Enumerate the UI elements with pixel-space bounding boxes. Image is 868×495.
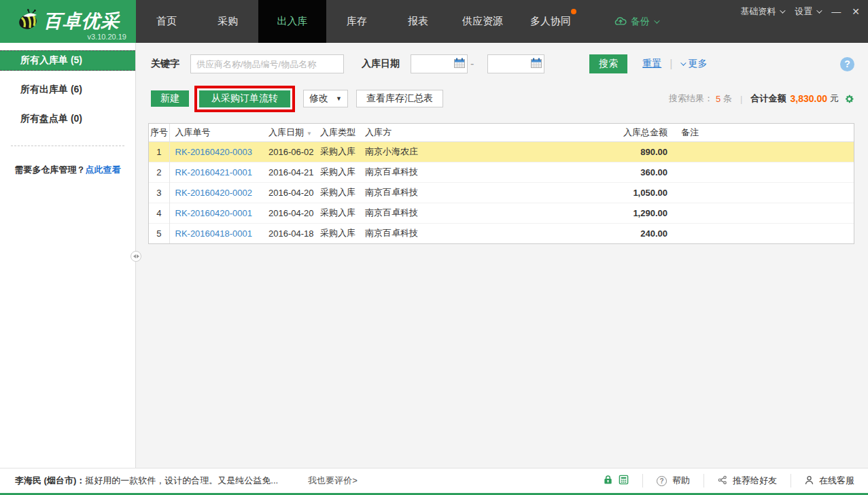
col-header-type: 入库类型 xyxy=(315,124,360,141)
table-row[interactable]: 2 RK-20160421-0001 2016-04-21 采购入库 南京百卓科… xyxy=(149,162,854,182)
review-text: 挺好用的一款软件，设计的合理。又是纯公益免... xyxy=(85,475,278,487)
view-inventory-summary-button[interactable]: 查看库存汇总表 xyxy=(356,90,443,107)
collapse-left-icon xyxy=(133,254,136,258)
close-button[interactable]: ✕ xyxy=(852,6,860,17)
result-label: 搜索结果： xyxy=(669,92,713,105)
chevron-down-icon xyxy=(681,60,687,65)
online-service-button[interactable]: 在线客服 xyxy=(791,474,868,488)
review-author: 李海民 (烟台市)： xyxy=(15,475,85,487)
col-header-amount: 入库总金额 xyxy=(613,124,676,141)
toolbar: 新建 从采购订单流转 修改 ▼ 查看库存汇总表 搜索结果： 5 条 | 合计金额… xyxy=(136,83,868,114)
app-version: v3.10.20.19 xyxy=(88,33,127,41)
table-row[interactable]: 5 RK-20160418-0001 2016-04-18 采购入库 南京百卓科… xyxy=(149,223,854,243)
table-row[interactable]: 4 RK-20160420-0001 2016-04-20 采购入库 南京百卓科… xyxy=(149,203,854,223)
table-row[interactable]: 3 RK-20160420-0002 2016-04-20 采购入库 南京百卓科… xyxy=(149,182,854,203)
person-icon xyxy=(805,475,814,487)
sidebar-item-all-inbound[interactable]: 所有入库单 (5) xyxy=(0,50,135,71)
nav-item-supply-resources[interactable]: 供应资源 xyxy=(449,0,517,43)
status-bar: 李海民 (烟台市)： 挺好用的一款软件，设计的合理。又是纯公益免... 我也要评… xyxy=(0,468,868,495)
multi-warehouse-note: 需要多仓库管理？点此查看 xyxy=(0,164,135,176)
date-to-input[interactable] xyxy=(487,54,544,73)
settings-menu[interactable]: 设置 xyxy=(795,5,820,18)
total-amount: 3,830.00 xyxy=(791,93,828,104)
date-range-separator: - xyxy=(470,58,474,70)
col-header-note: 备注 xyxy=(676,124,854,141)
footer-tools: ? 帮助 推荐给好友 在线客服 xyxy=(589,468,868,493)
nav-item-inventory[interactable]: 库存 xyxy=(326,0,387,43)
multi-warehouse-link[interactable]: 点此查看 xyxy=(86,165,121,175)
calculator-icon[interactable] xyxy=(619,475,629,487)
search-bar: 关键字 入库日期 - xyxy=(136,54,868,73)
result-summary: 搜索结果： 5 条 | 合计金额 3,830.00 元 xyxy=(669,92,854,105)
sidebar-item-all-outbound[interactable]: 所有出库单 (6) xyxy=(0,80,135,100)
separator: | xyxy=(670,58,672,70)
chevron-down-icon xyxy=(654,18,659,23)
sidebar: 所有入库单 (5) 所有出库单 (6) 所有盘点单 (0) 需要多仓库管理？点此… xyxy=(0,43,136,468)
table-row[interactable]: 1 RK-20160420-0003 2016-06-02 采购入库 南京小海农… xyxy=(149,141,854,162)
transfer-from-po-button[interactable]: 从采购订单流转 xyxy=(199,90,290,107)
order-link[interactable]: RK-20160420-0002 xyxy=(175,188,252,198)
order-link[interactable]: RK-20160420-0003 xyxy=(175,147,252,157)
result-unit: 条 xyxy=(723,92,732,105)
help-icon[interactable]: ? xyxy=(840,57,854,71)
order-link[interactable]: RK-20160418-0001 xyxy=(175,228,252,239)
nav-item-inout-warehouse[interactable]: 出入库 xyxy=(258,0,326,43)
modify-dropdown[interactable]: 修改 ▼ xyxy=(303,90,348,107)
keyword-label: 关键字 xyxy=(151,58,179,70)
main-content: 关键字 入库日期 - xyxy=(136,43,868,468)
chevron-down-icon xyxy=(816,7,822,13)
sidebar-collapse-handle[interactable] xyxy=(131,251,141,262)
sidebar-divider xyxy=(11,146,124,146)
minimize-button[interactable]: — xyxy=(831,6,841,17)
window-controls: 基础资料 设置 — ✕ xyxy=(740,5,860,18)
sidebar-item-all-stocktake[interactable]: 所有盘点单 (0) xyxy=(0,109,135,129)
gear-icon[interactable] xyxy=(844,94,854,104)
nav-item-collaboration[interactable]: 多人协同 xyxy=(517,0,585,43)
main-nav: 首页 采购 出入库 库存 报表 供应资源 多人协同 备份 xyxy=(136,0,658,43)
reset-link[interactable]: 重置 xyxy=(642,58,661,70)
keyword-input[interactable] xyxy=(190,54,344,73)
nav-item-home[interactable]: 首页 xyxy=(136,0,197,43)
date-from-input[interactable] xyxy=(411,54,468,73)
app-title: 百卓优采 xyxy=(44,9,120,33)
question-icon: ? xyxy=(657,476,667,486)
table-header-row: 序号 入库单号 入库日期▼ 入库类型 入库方 入库总金额 备注 xyxy=(149,124,854,141)
dropdown-caret-icon: ▼ xyxy=(336,95,342,102)
chevron-down-icon xyxy=(780,7,785,13)
red-highlight-box: 从采购订单流转 xyxy=(194,86,295,112)
bee-logo-icon xyxy=(16,9,41,34)
calendar-icon xyxy=(531,58,542,71)
nav-item-reports[interactable]: 报表 xyxy=(387,0,449,43)
help-button[interactable]: ? 帮助 xyxy=(642,474,704,488)
col-header-date[interactable]: 入库日期▼ xyxy=(263,124,315,141)
result-count: 5 xyxy=(716,94,721,104)
share-icon xyxy=(718,475,727,487)
separator: | xyxy=(740,94,742,104)
col-header-sn: 序号 xyxy=(149,124,169,141)
backup-button[interactable]: 备份 xyxy=(614,0,658,43)
sort-desc-icon: ▼ xyxy=(307,131,312,137)
app-logo: 百卓优采 v3.10.20.19 xyxy=(0,0,136,43)
total-unit: 元 xyxy=(830,92,839,105)
order-link[interactable]: RK-20160421-0001 xyxy=(175,167,252,177)
collapse-right-icon xyxy=(137,254,139,258)
nav-item-purchase[interactable]: 采购 xyxy=(197,0,258,43)
cloud-upload-icon xyxy=(614,16,627,28)
col-header-party: 入库方 xyxy=(360,124,613,141)
calendar-icon xyxy=(454,58,465,71)
security-tools-group xyxy=(589,474,642,488)
inbound-date-label: 入库日期 xyxy=(362,58,400,70)
notification-dot xyxy=(571,9,576,14)
col-header-order-no: 入库单号 xyxy=(169,124,263,141)
more-link[interactable]: 更多 xyxy=(680,58,707,70)
total-label: 合计金额 xyxy=(751,92,786,105)
top-navbar: 百卓优采 v3.10.20.19 首页 采购 出入库 库存 报表 供应资源 多人… xyxy=(0,0,868,43)
recommend-button[interactable]: 推荐给好友 xyxy=(704,474,791,488)
search-button[interactable]: 搜索 xyxy=(589,54,627,73)
review-cta-link[interactable]: 我也要评价> xyxy=(308,475,358,487)
order-link[interactable]: RK-20160420-0001 xyxy=(175,208,252,218)
inbound-orders-table: 序号 入库单号 入库日期▼ 入库类型 入库方 入库总金额 备注 1 RK-201… xyxy=(148,123,854,244)
new-button[interactable]: 新建 xyxy=(151,90,189,107)
lock-icon[interactable] xyxy=(603,475,613,487)
basic-data-menu[interactable]: 基础资料 xyxy=(740,5,784,18)
